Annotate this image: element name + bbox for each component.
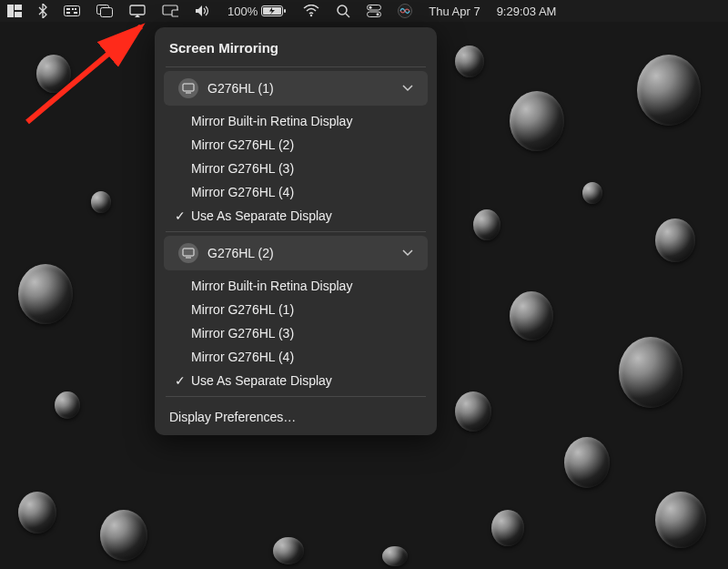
svg-rect-15 <box>284 9 286 13</box>
svg-point-21 <box>369 6 372 9</box>
option-label: Use As Separate Display <box>191 373 422 388</box>
chevron-down-icon <box>402 249 413 257</box>
battery-icon <box>261 5 287 17</box>
separate-display-option[interactable]: ✓Use As Separate Display <box>155 369 437 392</box>
mission-control-icon[interactable] <box>96 0 113 22</box>
divider <box>166 231 426 232</box>
bg-drop <box>491 510 524 546</box>
option-label: Mirror Built-in Retina Display <box>191 114 422 128</box>
option-label: Mirror G276HL (4) <box>191 185 422 199</box>
option-label: Mirror G276HL (4) <box>191 350 422 364</box>
svg-rect-1 <box>15 5 22 10</box>
option-label: Mirror Built-in Retina Display <box>191 279 422 293</box>
mirror-option[interactable]: Mirror G276HL (2) <box>155 133 437 157</box>
bg-drop <box>582 182 602 204</box>
svg-rect-8 <box>74 12 77 14</box>
screen-mirroring-icon[interactable] <box>129 0 146 22</box>
mirror-option[interactable]: Mirror G276HL (1) <box>155 298 437 321</box>
separate-display-option[interactable]: ✓Use As Separate Display <box>155 204 437 228</box>
bg-drop <box>510 91 564 151</box>
option-label: Mirror G276HL (3) <box>191 326 422 340</box>
option-label: Mirror G276HL (1) <box>191 302 422 317</box>
bg-drop <box>637 55 701 126</box>
bg-drop <box>655 492 706 548</box>
battery-percent-label: 100% <box>228 5 258 18</box>
device-row[interactable]: G276HL (1) <box>164 71 428 106</box>
svg-rect-3 <box>65 6 80 16</box>
device-name: G276HL (1) <box>207 81 393 96</box>
bg-drop <box>273 537 304 564</box>
bg-drop <box>473 209 500 240</box>
option-label: Use As Separate Display <box>191 208 422 223</box>
bg-drop <box>619 337 682 408</box>
wifi-icon[interactable] <box>303 0 319 22</box>
bg-drop <box>455 46 484 77</box>
desktop: 100% Thu Apr 7 9:29:03 AM Screen Mirrori… <box>0 0 728 569</box>
control-center-icon[interactable] <box>367 0 381 22</box>
mirror-option[interactable]: Mirror Built-in Retina Display <box>155 109 437 133</box>
bluetooth-icon[interactable] <box>38 0 47 22</box>
mirror-option[interactable]: Mirror G276HL (3) <box>155 321 437 345</box>
svg-point-18 <box>338 5 347 15</box>
airplay-icon[interactable] <box>162 0 178 22</box>
mirror-option[interactable]: Mirror G276HL (4) <box>155 180 437 204</box>
divider <box>166 66 426 67</box>
svg-rect-13 <box>172 10 178 16</box>
bg-drop <box>564 437 610 488</box>
option-label: Mirror G276HL (2) <box>191 137 422 152</box>
checkmark-icon: ✓ <box>169 208 191 223</box>
menubar: 100% Thu Apr 7 9:29:03 AM <box>0 0 728 22</box>
bg-drop <box>455 391 491 432</box>
device-row[interactable]: G276HL (2) <box>164 236 428 270</box>
svg-rect-0 <box>7 5 14 17</box>
keyboard-icon[interactable] <box>64 0 80 22</box>
svg-rect-25 <box>183 84 194 91</box>
bg-drop <box>18 492 56 533</box>
svg-rect-5 <box>72 8 74 10</box>
svg-rect-7 <box>66 12 70 14</box>
mirror-option[interactable]: Mirror G276HL (3) <box>155 157 437 180</box>
spotlight-icon[interactable] <box>336 0 350 22</box>
svg-line-19 <box>346 14 349 17</box>
svg-rect-2 <box>15 12 22 17</box>
bg-drop <box>55 391 80 419</box>
divider <box>166 396 426 397</box>
siri-icon[interactable] <box>398 0 412 22</box>
display-icon <box>178 78 198 98</box>
bg-drop <box>91 191 111 213</box>
svg-rect-4 <box>66 8 70 10</box>
menubar-clock[interactable]: 9:29:03 AM <box>497 0 557 22</box>
menubar-date[interactable]: Thu Apr 7 <box>429 0 480 22</box>
mirror-option[interactable]: Mirror G276HL (4) <box>155 345 437 369</box>
checkmark-icon: ✓ <box>169 373 191 388</box>
option-label: Mirror G276HL (3) <box>191 161 422 176</box>
svg-point-17 <box>310 15 312 16</box>
device-name: G276HL (2) <box>207 246 393 260</box>
svg-rect-10 <box>101 8 113 17</box>
mirror-option[interactable]: Mirror Built-in Retina Display <box>155 274 437 298</box>
volume-icon[interactable] <box>195 0 211 22</box>
display-icon <box>178 243 198 263</box>
display-preferences-link[interactable]: Display Preferences… <box>155 401 437 428</box>
bg-drop <box>382 546 408 566</box>
screen-mirroring-dropdown: Screen Mirroring G276HL (1) Mirror Built… <box>155 27 437 435</box>
battery-status[interactable]: 100% <box>228 0 287 22</box>
bg-drop <box>510 291 553 340</box>
chevron-down-icon <box>402 85 413 92</box>
bg-drop <box>36 55 71 93</box>
bg-drop <box>100 510 147 561</box>
bg-drop <box>18 264 73 324</box>
app-icon[interactable] <box>7 0 22 22</box>
svg-point-23 <box>377 13 379 15</box>
svg-rect-27 <box>183 249 194 256</box>
dropdown-title: Screen Mirroring <box>155 35 437 63</box>
svg-rect-11 <box>130 5 145 15</box>
svg-rect-6 <box>75 8 76 10</box>
bg-drop <box>655 218 695 262</box>
